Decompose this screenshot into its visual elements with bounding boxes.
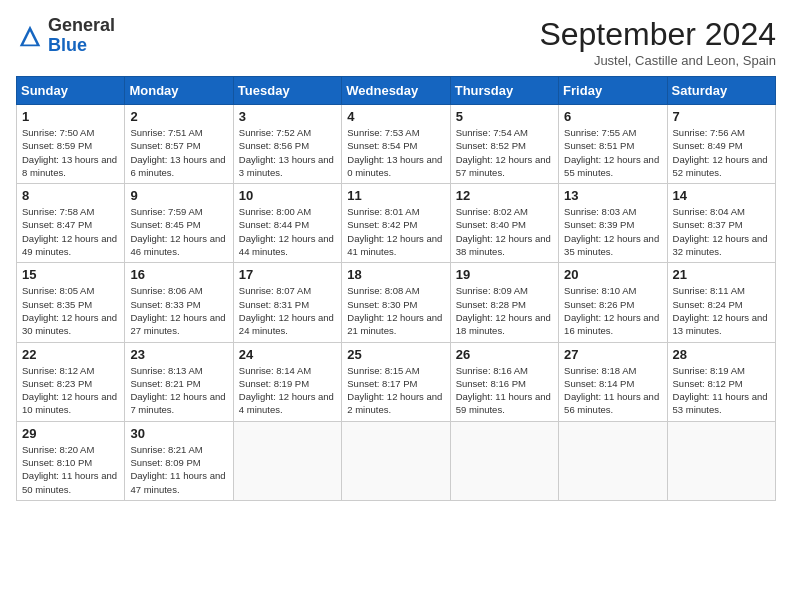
day-number: 11 xyxy=(347,188,444,203)
day-number: 28 xyxy=(673,347,770,362)
day-number: 16 xyxy=(130,267,227,282)
day-info: Sunrise: 8:04 AM Sunset: 8:37 PM Dayligh… xyxy=(673,205,770,258)
sunset-label: Sunset: 8:24 PM xyxy=(673,299,743,310)
calendar-cell xyxy=(667,421,775,500)
col-friday: Friday xyxy=(559,77,667,105)
daylight-label: Daylight: 12 hours and 30 minutes. xyxy=(22,312,117,336)
sunrise-label: Sunrise: 7:56 AM xyxy=(673,127,745,138)
sunrise-label: Sunrise: 8:06 AM xyxy=(130,285,202,296)
calendar-header-row: Sunday Monday Tuesday Wednesday Thursday… xyxy=(17,77,776,105)
col-thursday: Thursday xyxy=(450,77,558,105)
sunset-label: Sunset: 8:37 PM xyxy=(673,219,743,230)
col-tuesday: Tuesday xyxy=(233,77,341,105)
daylight-label: Daylight: 12 hours and 46 minutes. xyxy=(130,233,225,257)
sunrise-label: Sunrise: 8:09 AM xyxy=(456,285,528,296)
daylight-label: Daylight: 12 hours and 16 minutes. xyxy=(564,312,659,336)
calendar-week-4: 22 Sunrise: 8:12 AM Sunset: 8:23 PM Dayl… xyxy=(17,342,776,421)
day-number: 4 xyxy=(347,109,444,124)
day-info: Sunrise: 8:03 AM Sunset: 8:39 PM Dayligh… xyxy=(564,205,661,258)
day-info: Sunrise: 7:56 AM Sunset: 8:49 PM Dayligh… xyxy=(673,126,770,179)
sunset-label: Sunset: 8:17 PM xyxy=(347,378,417,389)
day-info: Sunrise: 8:10 AM Sunset: 8:26 PM Dayligh… xyxy=(564,284,661,337)
sunrise-label: Sunrise: 8:04 AM xyxy=(673,206,745,217)
calendar-cell: 24 Sunrise: 8:14 AM Sunset: 8:19 PM Dayl… xyxy=(233,342,341,421)
day-info: Sunrise: 8:08 AM Sunset: 8:30 PM Dayligh… xyxy=(347,284,444,337)
col-sunday: Sunday xyxy=(17,77,125,105)
calendar-cell: 27 Sunrise: 8:18 AM Sunset: 8:14 PM Dayl… xyxy=(559,342,667,421)
sunset-label: Sunset: 8:21 PM xyxy=(130,378,200,389)
calendar-cell xyxy=(342,421,450,500)
day-info: Sunrise: 8:18 AM Sunset: 8:14 PM Dayligh… xyxy=(564,364,661,417)
sunset-label: Sunset: 8:23 PM xyxy=(22,378,92,389)
sunset-label: Sunset: 8:49 PM xyxy=(673,140,743,151)
daylight-label: Daylight: 12 hours and 52 minutes. xyxy=(673,154,768,178)
daylight-label: Daylight: 12 hours and 55 minutes. xyxy=(564,154,659,178)
calendar-week-3: 15 Sunrise: 8:05 AM Sunset: 8:35 PM Dayl… xyxy=(17,263,776,342)
day-info: Sunrise: 7:52 AM Sunset: 8:56 PM Dayligh… xyxy=(239,126,336,179)
day-info: Sunrise: 8:06 AM Sunset: 8:33 PM Dayligh… xyxy=(130,284,227,337)
day-info: Sunrise: 7:53 AM Sunset: 8:54 PM Dayligh… xyxy=(347,126,444,179)
daylight-label: Daylight: 13 hours and 0 minutes. xyxy=(347,154,442,178)
sunset-label: Sunset: 8:19 PM xyxy=(239,378,309,389)
sunrise-label: Sunrise: 8:03 AM xyxy=(564,206,636,217)
day-number: 23 xyxy=(130,347,227,362)
daylight-label: Daylight: 11 hours and 56 minutes. xyxy=(564,391,659,415)
day-number: 9 xyxy=(130,188,227,203)
calendar-cell: 29 Sunrise: 8:20 AM Sunset: 8:10 PM Dayl… xyxy=(17,421,125,500)
day-info: Sunrise: 8:13 AM Sunset: 8:21 PM Dayligh… xyxy=(130,364,227,417)
day-info: Sunrise: 7:54 AM Sunset: 8:52 PM Dayligh… xyxy=(456,126,553,179)
daylight-label: Daylight: 12 hours and 27 minutes. xyxy=(130,312,225,336)
day-info: Sunrise: 7:50 AM Sunset: 8:59 PM Dayligh… xyxy=(22,126,119,179)
sunset-label: Sunset: 8:39 PM xyxy=(564,219,634,230)
sunrise-label: Sunrise: 8:00 AM xyxy=(239,206,311,217)
day-info: Sunrise: 8:00 AM Sunset: 8:44 PM Dayligh… xyxy=(239,205,336,258)
day-number: 3 xyxy=(239,109,336,124)
day-number: 10 xyxy=(239,188,336,203)
day-number: 18 xyxy=(347,267,444,282)
calendar-week-5: 29 Sunrise: 8:20 AM Sunset: 8:10 PM Dayl… xyxy=(17,421,776,500)
sunset-label: Sunset: 8:10 PM xyxy=(22,457,92,468)
sunrise-label: Sunrise: 8:01 AM xyxy=(347,206,419,217)
sunrise-label: Sunrise: 8:20 AM xyxy=(22,444,94,455)
calendar-cell: 25 Sunrise: 8:15 AM Sunset: 8:17 PM Dayl… xyxy=(342,342,450,421)
sunset-label: Sunset: 8:14 PM xyxy=(564,378,634,389)
page-header: General Blue September 2024 Justel, Cast… xyxy=(16,16,776,68)
sunrise-label: Sunrise: 8:18 AM xyxy=(564,365,636,376)
day-info: Sunrise: 7:51 AM Sunset: 8:57 PM Dayligh… xyxy=(130,126,227,179)
calendar-cell: 23 Sunrise: 8:13 AM Sunset: 8:21 PM Dayl… xyxy=(125,342,233,421)
calendar-cell: 1 Sunrise: 7:50 AM Sunset: 8:59 PM Dayli… xyxy=(17,105,125,184)
daylight-label: Daylight: 13 hours and 6 minutes. xyxy=(130,154,225,178)
sunrise-label: Sunrise: 8:02 AM xyxy=(456,206,528,217)
calendar-cell: 4 Sunrise: 7:53 AM Sunset: 8:54 PM Dayli… xyxy=(342,105,450,184)
daylight-label: Daylight: 12 hours and 49 minutes. xyxy=(22,233,117,257)
sunset-label: Sunset: 8:26 PM xyxy=(564,299,634,310)
day-number: 24 xyxy=(239,347,336,362)
day-info: Sunrise: 8:21 AM Sunset: 8:09 PM Dayligh… xyxy=(130,443,227,496)
sunrise-label: Sunrise: 8:15 AM xyxy=(347,365,419,376)
calendar-cell: 17 Sunrise: 8:07 AM Sunset: 8:31 PM Dayl… xyxy=(233,263,341,342)
calendar-cell: 5 Sunrise: 7:54 AM Sunset: 8:52 PM Dayli… xyxy=(450,105,558,184)
sunrise-label: Sunrise: 8:12 AM xyxy=(22,365,94,376)
sunset-label: Sunset: 8:40 PM xyxy=(456,219,526,230)
day-info: Sunrise: 8:12 AM Sunset: 8:23 PM Dayligh… xyxy=(22,364,119,417)
sunset-label: Sunset: 8:47 PM xyxy=(22,219,92,230)
daylight-label: Daylight: 12 hours and 4 minutes. xyxy=(239,391,334,415)
day-number: 21 xyxy=(673,267,770,282)
day-info: Sunrise: 8:19 AM Sunset: 8:12 PM Dayligh… xyxy=(673,364,770,417)
sunset-label: Sunset: 8:09 PM xyxy=(130,457,200,468)
sunrise-label: Sunrise: 7:59 AM xyxy=(130,206,202,217)
calendar-cell: 19 Sunrise: 8:09 AM Sunset: 8:28 PM Dayl… xyxy=(450,263,558,342)
calendar-cell: 11 Sunrise: 8:01 AM Sunset: 8:42 PM Dayl… xyxy=(342,184,450,263)
daylight-label: Daylight: 12 hours and 18 minutes. xyxy=(456,312,551,336)
logo-blue: Blue xyxy=(48,35,87,55)
sunrise-label: Sunrise: 7:54 AM xyxy=(456,127,528,138)
day-number: 25 xyxy=(347,347,444,362)
calendar-cell xyxy=(450,421,558,500)
day-number: 12 xyxy=(456,188,553,203)
location-subtitle: Justel, Castille and Leon, Spain xyxy=(539,53,776,68)
day-info: Sunrise: 8:05 AM Sunset: 8:35 PM Dayligh… xyxy=(22,284,119,337)
daylight-label: Daylight: 12 hours and 44 minutes. xyxy=(239,233,334,257)
day-number: 14 xyxy=(673,188,770,203)
day-info: Sunrise: 8:16 AM Sunset: 8:16 PM Dayligh… xyxy=(456,364,553,417)
day-number: 19 xyxy=(456,267,553,282)
